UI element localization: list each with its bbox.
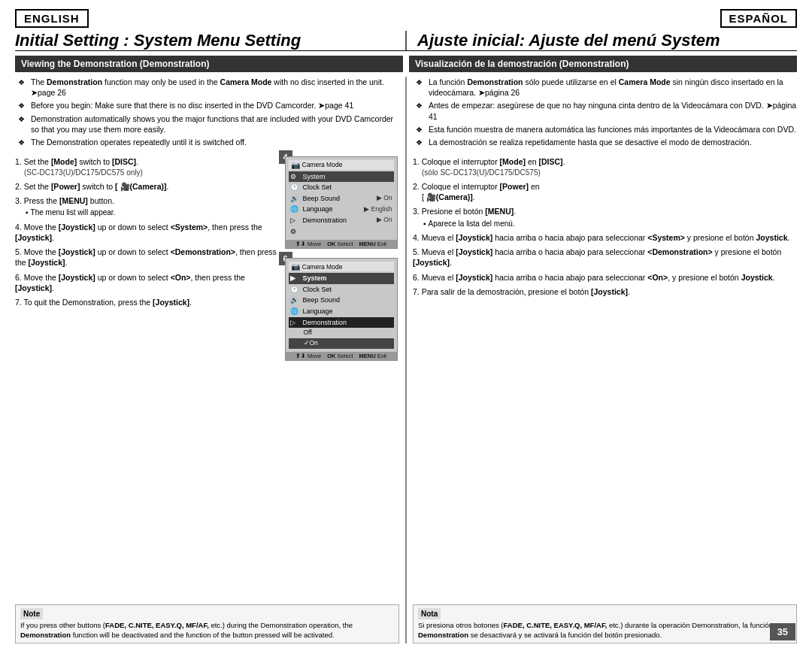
bullet-item: ❖ The Demonstration operates repeatedly … <box>18 137 399 148</box>
section-header-spanish: Visualización de la demostración (Demons… <box>409 56 797 72</box>
language-icon-2: 🌐 <box>290 307 301 316</box>
ok-label: OK Select <box>327 241 353 247</box>
menu-mockup-1: 📷 Camera Mode ⚙ System 🕐 Clock Set <box>285 156 398 250</box>
language-value: ▶ English <box>364 205 392 214</box>
menu-bottom-bar-1: ⬆⬇ Move OK Select MENU Exit <box>286 240 397 248</box>
step-4: 4. Move the [Joystick] up or down to sel… <box>15 222 278 243</box>
bullet-diamond-icon: ❖ <box>18 77 29 88</box>
menu-row-extra: ⚙ <box>289 226 394 238</box>
note-spanish-title: Nota <box>418 608 441 619</box>
sp-bullet-text-1: La función Demonstration sólo puede util… <box>429 77 797 98</box>
col-divider <box>405 77 407 643</box>
sp-step-1: 1. Coloque el interruptor [Mode] en [DIS… <box>413 156 797 177</box>
step-2: 2. Set the [Power] switch to [ 🎥(Camera)… <box>15 181 278 192</box>
sound-icon: 🔊 <box>290 194 301 204</box>
menu-row-system-2: ▶ System <box>289 273 394 284</box>
language-icon: 🌐 <box>290 204 301 214</box>
bullet-diamond-icon: ❖ <box>18 101 29 111</box>
title-row: Initial Setting : System Menu Setting Aj… <box>15 31 797 51</box>
menu-row-beepsound-2: 🔊 Beep Sound <box>289 295 394 306</box>
sp-bullet-item-1: ❖ La función Demonstration sólo puede ut… <box>416 77 797 98</box>
sp-bullet-diamond-3: ❖ <box>416 125 426 135</box>
menu-row-demo-2-highlighted: ▷ Demonstration <box>289 317 394 329</box>
content-area: ❖ The Demonstration function may only be… <box>15 77 797 643</box>
menu-row-beepsound: 🔊 Beep Sound ▶ On <box>289 193 394 204</box>
menu-mockup-2-wrapper: 6 📷 Camera Mode ▶ System <box>285 258 398 361</box>
sp-step-3: 3. Presione el botón [MENU]. Aparece la … <box>413 206 797 229</box>
sp-bullet-text-4: La demostración se realiza repetidamente… <box>429 137 797 147</box>
title-divider <box>405 31 407 50</box>
beepsound-value: ▶ On <box>377 194 392 203</box>
note-english-title: Note <box>20 608 43 619</box>
sp-bullet-text-3: Esta función muestra de manera automátic… <box>429 124 797 135</box>
english-badge: ENGLISH <box>15 9 89 28</box>
section-header-english: Viewing the Demonstration (Demonstration… <box>15 56 403 72</box>
beepsound-label: Beep Sound <box>303 194 377 204</box>
bullet-text-3: Demonstration automatically shows you th… <box>31 114 399 135</box>
step-3-sub: The menu list will appear. <box>26 207 278 218</box>
section-header-row: Viewing the Demonstration (Demonstration… <box>15 56 797 72</box>
step-6: 6. Move the [Joystick] up or down to sel… <box>15 272 278 293</box>
note-spanish: Nota Si presiona otros botones (FADE, C.… <box>413 604 797 643</box>
menu-row-language: 🌐 Language ▶ English <box>289 204 394 215</box>
menu-exit-label: MENU Exit <box>359 241 386 247</box>
sp-step-2-sub: [ 🎥(Camera)]. <box>422 192 475 201</box>
move-label-2: ⬆⬇ Move <box>295 353 321 359</box>
sp-bullet-item-2: ❖ Antes de empezar: asegúrese de que no … <box>416 100 797 121</box>
menu-bottom-bar-2: ⬆⬇ Move OK Select MENU Exit <box>286 352 397 360</box>
bullet-item: ❖ The Demonstration function may only be… <box>18 77 399 98</box>
sp-bullet-item-3: ❖ Esta función muestra de manera automát… <box>416 124 797 135</box>
title-right: Ajuste inicial: Ajuste del menú System <box>410 31 797 50</box>
menu-row-demo: ▷ Demonstration ▶ On <box>289 215 394 226</box>
title-left: Initial Setting : System Menu Setting <box>15 31 402 50</box>
step-7: 7. To quit the Demonstration, press the … <box>15 297 278 307</box>
menu-mockup-1-wrapper: 4 📷 Camera Mode ⚙ System <box>285 156 398 250</box>
sp-bullet-diamond-2: ❖ <box>416 101 426 111</box>
demo-on-label: ✓On <box>304 339 392 348</box>
step-1-sub: (SC-DC173(U)/DC175/DC575 only) <box>24 168 143 177</box>
page: ENGLISH ESPAÑOL Initial Setting : System… <box>0 0 812 651</box>
menu-row-clockset: 🕐 Clock Set <box>289 182 394 193</box>
menu-top-bar-1: 📷 Camera Mode <box>289 160 394 170</box>
menu-camera-mode-label-2: Camera Mode <box>302 263 343 271</box>
menu-row-language-2: 🌐 Language <box>289 306 394 317</box>
menu-row-demo-off: Off <box>289 328 394 338</box>
menu-row-clockset-2: 🕐 Clock Set <box>289 284 394 295</box>
english-steps-area: 1. Set the [Mode] switch to [DISC]. (SC-… <box>15 156 399 601</box>
step-1: 1. Set the [Mode] switch to [DISC]. (SC-… <box>15 156 278 177</box>
system-label-2: System <box>303 274 392 283</box>
demo-label: Demonstration <box>303 216 377 226</box>
menu-col: 4 📷 Camera Mode ⚙ System <box>283 156 399 601</box>
language-label: Language <box>303 204 365 214</box>
sp-bullet-diamond-1: ❖ <box>416 77 426 88</box>
camera-icon: 📷 <box>291 161 300 169</box>
sp-step-2: 2. Coloque el interruptor [Power] en [ 🎥… <box>413 181 797 202</box>
sp-bullet-diamond-4: ❖ <box>416 138 426 148</box>
english-bullets: ❖ The Demonstration function may only be… <box>15 77 399 150</box>
menu-mockup-2-inner: 📷 Camera Mode ▶ System 🕐 Clock Set <box>286 259 397 350</box>
sp-step-4: 4. Mueva el [Joystick] hacia arriba o ha… <box>413 232 797 243</box>
system-icon-2: ▶ <box>290 274 301 283</box>
menu-camera-mode-label: Camera Mode <box>302 161 343 168</box>
menu-row-system-selected: ⚙ System <box>289 171 394 183</box>
system-icon: ⚙ <box>290 172 301 182</box>
sp-step-3-sub: Aparece la lista del menú. <box>423 219 797 229</box>
bullet-text-1: The Demonstration function may only be u… <box>31 77 399 98</box>
bullet-item: ❖ Demonstration automatically shows you … <box>18 114 399 135</box>
bullet-diamond-icon: ❖ <box>18 138 29 148</box>
clockset-label-2: Clock Set <box>303 285 392 295</box>
bullet-text-4: The Demonstration operates repeatedly un… <box>31 137 399 147</box>
bullet-text-2: Before you begin: Make sure that there i… <box>31 100 399 111</box>
col-spanish: ❖ La función Demonstration sólo puede ut… <box>413 77 797 643</box>
ok-label-2: OK Select <box>327 353 353 359</box>
note-english-text: If you press other buttons (FADE, C.NITE… <box>20 621 394 640</box>
clockset-label: Clock Set <box>303 183 392 192</box>
demo-off-label: Off <box>304 329 392 338</box>
step-3: 3. Press the [MENU] button. The menu lis… <box>15 195 278 218</box>
col-english: ❖ The Demonstration function may only be… <box>15 77 399 643</box>
english-steps-col: 1. Set the [Mode] switch to [DISC]. (SC-… <box>15 156 278 601</box>
menu-row-demo-on: ✓On <box>289 338 394 349</box>
clock-icon-2: 🕐 <box>290 285 301 295</box>
sp-step-6: 6. Mueva el [Joystick] hacia arriba o ha… <box>413 272 797 283</box>
step-5: 5. Move the [Joystick] up or down to sel… <box>15 247 278 268</box>
